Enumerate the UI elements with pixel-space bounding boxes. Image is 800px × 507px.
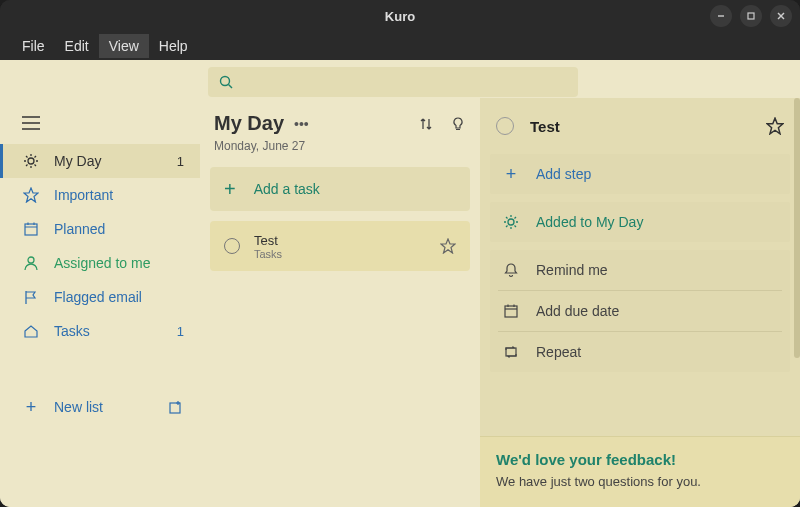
svg-marker-18 [24,188,38,202]
bell-icon [502,262,520,278]
sidebar-item-my-day[interactable]: My Day 1 [0,144,200,178]
remind-label: Remind me [536,262,608,278]
calendar-icon [22,221,40,237]
svg-rect-1 [748,13,754,19]
task-complete-checkbox[interactable] [224,238,240,254]
svg-line-5 [229,85,233,89]
menu-edit[interactable]: Edit [55,34,99,58]
new-group-button[interactable] [168,399,184,415]
task-row[interactable]: Test Tasks [210,221,470,271]
flag-icon [22,289,40,305]
task-list-name: Tasks [254,248,426,260]
main-panel: My Day ••• Monday, June 27 + Add a task … [200,98,480,507]
task-title: Test [254,233,426,248]
repeat-button[interactable]: Repeat [490,332,790,372]
sidebar-item-tasks[interactable]: Tasks 1 [0,314,200,348]
task-star-button[interactable] [440,238,456,254]
sidebar-item-label: Assigned to me [54,255,184,271]
due-label: Add due date [536,303,619,319]
svg-line-36 [515,226,517,228]
titlebar: Kuro [0,0,800,32]
content-body: My Day 1 Important Planned Assigned to m… [0,98,800,507]
home-icon [22,323,40,339]
added-to-my-day-button[interactable]: Added to My Day [490,202,790,242]
svg-marker-28 [441,239,455,253]
add-step-button[interactable]: + Add step [490,154,790,194]
feedback-banner[interactable]: We'd love your feedback! We have just tw… [480,436,800,507]
details-complete-checkbox[interactable] [496,117,514,135]
added-my-day-label: Added to My Day [536,214,643,230]
details-title[interactable]: Test [530,118,766,135]
search-input[interactable] [208,67,578,97]
sidebar-item-label: Important [54,187,184,203]
app-window: Kuro File Edit View Help [0,0,800,507]
lightbulb-icon [450,116,466,132]
star-icon [22,187,40,203]
sun-icon [502,214,520,230]
remind-me-button[interactable]: Remind me [490,250,790,290]
sun-icon [22,153,40,169]
new-list-button[interactable]: + New list [0,388,200,426]
svg-rect-39 [505,306,517,317]
svg-point-23 [28,257,34,263]
new-list-label: New list [54,399,103,415]
page-subtitle: Monday, June 27 [210,135,470,167]
page-title: My Day [214,112,284,135]
scrollbar[interactable] [794,98,800,358]
svg-line-37 [506,226,508,228]
close-icon [776,11,786,21]
repeat-label: Repeat [536,344,581,360]
star-icon [766,117,784,135]
details-schedule-group: Remind me Add due date Repeat [490,250,790,372]
sidebar-item-assigned[interactable]: Assigned to me [0,246,200,280]
sidebar-item-planned[interactable]: Planned [0,212,200,246]
menu-view[interactable]: View [99,34,149,58]
minimize-icon [716,11,726,21]
hamburger-button[interactable] [0,110,200,144]
svg-point-4 [221,77,230,86]
feedback-body: We have just two questions for you. [496,474,784,489]
svg-rect-19 [25,224,37,235]
maximize-button[interactable] [740,5,762,27]
sidebar-item-label: Planned [54,221,184,237]
svg-line-17 [35,156,37,158]
details-star-button[interactable] [766,117,784,135]
minimize-button[interactable] [710,5,732,27]
menu-file[interactable]: File [12,34,55,58]
due-date-button[interactable]: Add due date [490,291,790,331]
sidebar-item-count: 1 [177,324,184,339]
sidebar-item-label: Tasks [54,323,163,339]
add-task-input[interactable]: + Add a task [210,167,470,211]
person-icon [22,255,40,271]
close-button[interactable] [770,5,792,27]
maximize-icon [746,11,756,21]
sort-button[interactable] [418,116,434,132]
plus-icon: + [224,178,236,201]
feedback-title: We'd love your feedback! [496,451,784,468]
repeat-icon [502,344,520,360]
menu-help[interactable]: Help [149,34,198,58]
plus-icon: + [22,397,40,418]
add-step-label: Add step [536,166,591,182]
svg-point-9 [28,158,34,164]
hamburger-icon [22,116,40,130]
window-title: Kuro [385,9,415,24]
calendar-icon [502,303,520,319]
sidebar: My Day 1 Important Planned Assigned to m… [0,98,200,507]
svg-line-38 [515,217,517,219]
suggestions-button[interactable] [450,116,466,132]
svg-line-16 [26,165,28,167]
new-group-icon [168,399,184,415]
sidebar-item-flagged[interactable]: Flagged email [0,280,200,314]
svg-marker-29 [767,118,783,134]
search-icon [218,74,234,90]
add-task-label: Add a task [254,181,320,197]
sidebar-item-label: Flagged email [54,289,184,305]
more-options-button[interactable]: ••• [294,116,309,132]
star-icon [440,238,456,254]
app-body: My Day 1 Important Planned Assigned to m… [0,60,800,507]
svg-line-15 [35,165,37,167]
sidebar-item-important[interactable]: Important [0,178,200,212]
sidebar-item-label: My Day [54,153,163,169]
top-strip [0,60,800,98]
